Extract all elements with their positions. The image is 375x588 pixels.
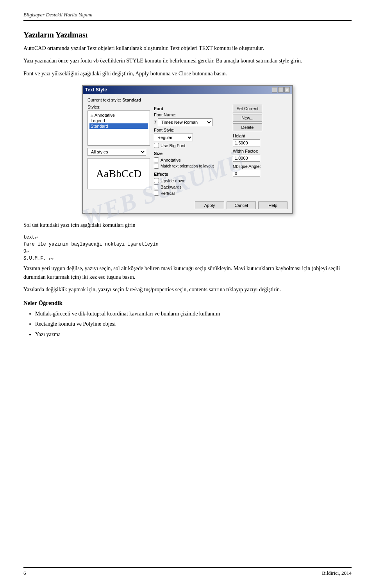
paragraph-1: AutoCAD ortamında yazılar Text objeleri …: [23, 44, 352, 53]
size-group-label: Size: [154, 151, 229, 156]
backwards-row: Backwards: [154, 184, 229, 189]
font-name-icon: T: [154, 120, 156, 125]
upside-down-label: Upside down: [161, 178, 186, 183]
dialog-title: Text Style: [85, 87, 107, 93]
paragraph-2: Yazı yazmadan önce yazı fontu vb özellik…: [23, 57, 352, 65]
dialog-wrapper: Text Style ─ □ × Current text style: Sta…: [23, 85, 352, 214]
use-big-font-label: Use Big Font: [161, 143, 186, 148]
bullet-item-3: Yazı yazma: [35, 330, 352, 339]
style-annotative-label: Annotative: [95, 113, 115, 118]
vertical-row: Vertical: [154, 191, 229, 196]
minimize-button[interactable]: ─: [272, 87, 277, 93]
size-section: Size Annotative Match text orientation t…: [154, 151, 229, 169]
cancel-button[interactable]: Cancel: [227, 201, 256, 209]
oblique-angle-input[interactable]: 0: [233, 170, 260, 177]
instructions-intro: Sol üst kutudaki yazı için aşağıdaki kom…: [23, 221, 352, 230]
font-style-row: Regular: [154, 134, 229, 141]
font-name-row: T Times New Roman: [154, 118, 229, 126]
code-block: text↵ fare ile yazının başlayacağı nokta…: [23, 234, 352, 262]
font-name-label: Font Name:: [154, 112, 229, 117]
code-line-2: fare ile yazının başlayacağı noktayı işa…: [23, 241, 352, 248]
set-current-button[interactable]: Set Current: [233, 105, 262, 112]
use-big-font-checkbox[interactable]: [154, 143, 159, 148]
code-line-3: 0↵: [23, 248, 352, 255]
annotative-row: Annotative: [154, 157, 229, 162]
current-style-label: Current text style:: [88, 98, 121, 102]
styles-label: Styles:: [88, 105, 150, 109]
font-style-label: Font Style:: [154, 128, 229, 132]
style-item-standard[interactable]: Standard: [89, 123, 148, 129]
bullet-item-1: Mutlak-göreceli ve dik-kutupsal koordina…: [35, 310, 352, 318]
font-section: Font Font Name: T Times New Roman Font S…: [154, 105, 229, 197]
match-orientation-label: Match text orientation to layout: [161, 164, 214, 168]
styles-list[interactable]: △ Annotative Legend Standard: [88, 110, 150, 146]
height-label: Height: [233, 134, 288, 138]
dialog-right-panel: Font Font Name: T Times New Roman Font S…: [154, 105, 288, 209]
current-style-value: Standard: [122, 98, 141, 102]
oblique-angle-section: Oblique Angle: 0: [233, 164, 288, 177]
width-factor-section: Width Factor: 1.0000: [233, 149, 288, 162]
dialog-upper: Styles: △ Annotative Legend Standard: [88, 105, 288, 209]
style-item-legend[interactable]: Legend: [89, 118, 148, 123]
footer-author-year: Bildirici, 2014: [322, 570, 352, 576]
current-style-row: Current text style: Standard: [88, 98, 288, 102]
vertical-checkbox[interactable]: [154, 191, 159, 196]
vertical-label: Vertical: [161, 191, 175, 196]
height-input[interactable]: 1.5000: [233, 139, 260, 146]
effects-group-label: Effects: [154, 172, 229, 176]
dialog-body: Current text style: Standard Styles: △ A…: [83, 94, 292, 213]
font-name-dropdown[interactable]: Times New Roman: [158, 118, 212, 126]
bottom-buttons-row: Apply Cancel Help: [154, 201, 288, 209]
width-factor-label: Width Factor:: [233, 149, 288, 153]
footer-page-number: 6: [23, 570, 26, 576]
header-bar: Bilgisayar Destekli Harita Yapımı: [23, 12, 352, 21]
all-styles-row: All styles: [88, 148, 150, 156]
upside-down-row: Upside down: [154, 178, 229, 183]
height-section: Height 1.5000: [233, 134, 288, 146]
match-orientation-checkbox[interactable]: [154, 164, 159, 169]
font-style-dropdown[interactable]: Regular: [154, 134, 193, 141]
all-styles-dropdown[interactable]: All styles: [88, 148, 146, 156]
code-line-1: text↵: [23, 234, 352, 241]
close-button[interactable]: ×: [284, 87, 290, 93]
dialog-titlebar: Text Style ─ □ ×: [83, 86, 292, 94]
neler-ogrendik-list: Mutlak-göreceli ve dik-kutupsal koordina…: [35, 310, 352, 339]
effects-section: Effects Upside down Backwards: [154, 172, 229, 196]
width-factor-input[interactable]: 1.0000: [233, 155, 260, 162]
footer-bar: 6 Bildirici, 2014: [23, 567, 352, 576]
right-values-panel: Set Current New... Delete Height 1.5000: [233, 105, 288, 197]
font-group-label: Font: [154, 106, 229, 111]
use-big-font-row: Use Big Font: [154, 143, 229, 148]
upside-down-checkbox[interactable]: [154, 178, 159, 183]
oblique-angle-label: Oblique Angle:: [233, 164, 288, 169]
paragraph-3: Font ve yazı yüksekliğini aşağıdaki gibi…: [23, 69, 352, 78]
annotative-label: Annotative: [161, 158, 181, 162]
annotative-checkbox[interactable]: [154, 157, 159, 162]
code-line-4: S.Ü.M.F. ↵↵: [23, 255, 352, 262]
match-orientation-row: Match text orientation to layout: [154, 164, 229, 169]
buttons-section: Set Current New... Delete: [233, 105, 264, 131]
dialog-right-inner: Font Font Name: T Times New Roman Font S…: [154, 105, 288, 197]
dialog-titlebar-buttons: ─ □ ×: [272, 87, 290, 93]
dialog-left-panel: Styles: △ Annotative Legend Standard: [88, 105, 150, 209]
apply-button[interactable]: Apply: [195, 201, 224, 209]
instructions-para1: Yazının yeri uygun değilse, yazıyı seçin…: [23, 264, 352, 282]
neler-ogrendik-heading: Neler Öğrendik: [23, 300, 352, 306]
preview-box: AaBbCcD: [88, 158, 150, 189]
new-button[interactable]: New...: [233, 114, 262, 122]
backwards-label: Backwards: [161, 185, 182, 189]
delete-button[interactable]: Delete: [233, 123, 262, 131]
bullet-item-2: Rectangle komutu ve Polyline objesi: [35, 320, 352, 328]
help-button[interactable]: Help: [258, 201, 288, 209]
preview-text: AaBbCcD: [96, 167, 142, 180]
style-item-annotative[interactable]: △ Annotative: [89, 112, 148, 118]
maximize-button[interactable]: □: [278, 87, 284, 93]
section-heading: Yazıların Yazılması: [23, 30, 352, 39]
text-style-dialog: Text Style ─ □ × Current text style: Sta…: [82, 85, 293, 214]
annotative-icon: △: [91, 113, 93, 117]
instructions-para2: Yazılarda değişiklik yapmak için, yazıyı…: [23, 285, 352, 294]
header-title: Bilgisayar Destekli Harita Yapımı: [23, 12, 93, 18]
backwards-checkbox[interactable]: [154, 184, 159, 189]
